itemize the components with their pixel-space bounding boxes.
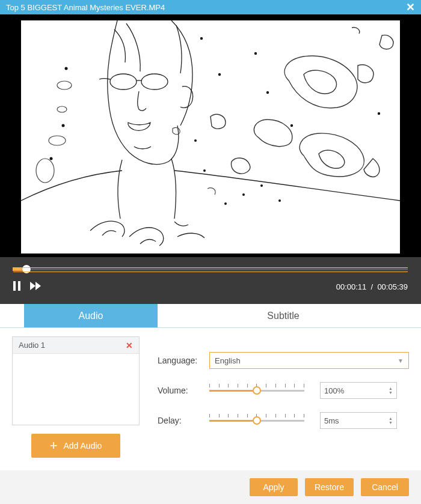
cancel-button[interactable]: Cancel xyxy=(361,478,409,496)
fast-forward-icon[interactable] xyxy=(30,282,42,292)
list-item[interactable]: Audio 1 ✕ xyxy=(13,337,139,354)
plus-icon: + xyxy=(50,439,58,452)
current-time: 00:00:11 xyxy=(336,282,367,291)
title-bar: Top 5 BIGGEST Animal Mysteries EVER.MP4 … xyxy=(0,0,421,14)
svg-point-11 xyxy=(50,157,53,160)
svg-rect-23 xyxy=(18,281,20,291)
svg-point-6 xyxy=(266,91,269,94)
svg-point-13 xyxy=(203,169,206,172)
time-display: 00:00:11 / 00:05:39 xyxy=(336,282,408,291)
svg-point-7 xyxy=(290,124,293,127)
delay-value: 5ms xyxy=(324,416,339,425)
spinner-icon[interactable]: ▲▼ xyxy=(389,387,393,395)
tab-label: Audio xyxy=(79,311,103,321)
add-audio-button[interactable]: + Add Audio xyxy=(31,434,120,458)
volume-label: Volume: xyxy=(158,386,209,395)
language-select[interactable]: English ▼ xyxy=(209,352,409,369)
pause-icon[interactable] xyxy=(13,281,22,293)
delay-input[interactable]: 5ms ▲▼ xyxy=(320,412,397,429)
close-icon[interactable]: ✕ xyxy=(406,2,415,13)
svg-point-8 xyxy=(378,112,380,115)
svg-marker-25 xyxy=(35,282,41,290)
remove-icon[interactable]: ✕ xyxy=(126,341,133,350)
svg-point-4 xyxy=(218,73,221,76)
language-value: English xyxy=(215,356,241,365)
svg-point-3 xyxy=(200,37,203,40)
tab-label: Subtitle xyxy=(267,311,299,321)
video-frame xyxy=(21,20,400,254)
add-audio-label: Add Audio xyxy=(64,441,102,451)
window-title: Top 5 BIGGEST Animal Mysteries EVER.MP4 xyxy=(6,3,165,12)
video-preview xyxy=(0,14,421,257)
tab-audio[interactable]: Audio xyxy=(24,304,158,327)
svg-point-14 xyxy=(242,193,245,196)
svg-point-5 xyxy=(254,52,257,55)
audio-track-label: Audio 1 xyxy=(19,341,45,350)
svg-point-12 xyxy=(194,139,197,142)
spinner-icon[interactable]: ▲▼ xyxy=(389,417,393,425)
tab-subtitle[interactable]: Subtitle xyxy=(158,304,409,327)
volume-input[interactable]: 100% ▲▼ xyxy=(320,382,397,399)
svg-rect-22 xyxy=(13,281,16,291)
delay-label: Delay: xyxy=(158,416,209,425)
restore-button[interactable]: Restore xyxy=(305,478,354,496)
seek-slider[interactable] xyxy=(13,268,408,270)
audio-track-list: Audio 1 ✕ xyxy=(12,336,140,425)
svg-rect-0 xyxy=(21,20,400,254)
volume-slider[interactable] xyxy=(209,384,304,396)
apply-button[interactable]: Apply xyxy=(250,478,298,496)
audio-panel: Audio 1 ✕ + Add Audio Language: English … xyxy=(0,328,421,470)
language-label: Language: xyxy=(158,356,209,365)
playback-controls: 00:00:11 / 00:05:39 xyxy=(0,257,421,304)
action-bar: Apply Restore Cancel xyxy=(0,470,421,504)
volume-value: 100% xyxy=(324,386,344,395)
svg-point-16 xyxy=(278,199,281,202)
svg-point-10 xyxy=(62,124,65,127)
chevron-down-icon: ▼ xyxy=(398,357,404,364)
svg-point-15 xyxy=(260,184,263,187)
svg-point-9 xyxy=(65,67,68,70)
duration: 00:05:39 xyxy=(377,282,408,291)
tabs: Audio Subtitle xyxy=(0,304,421,328)
time-separator: / xyxy=(369,282,377,291)
delay-slider[interactable] xyxy=(209,414,304,427)
svg-marker-24 xyxy=(30,282,35,290)
svg-point-17 xyxy=(224,202,227,205)
